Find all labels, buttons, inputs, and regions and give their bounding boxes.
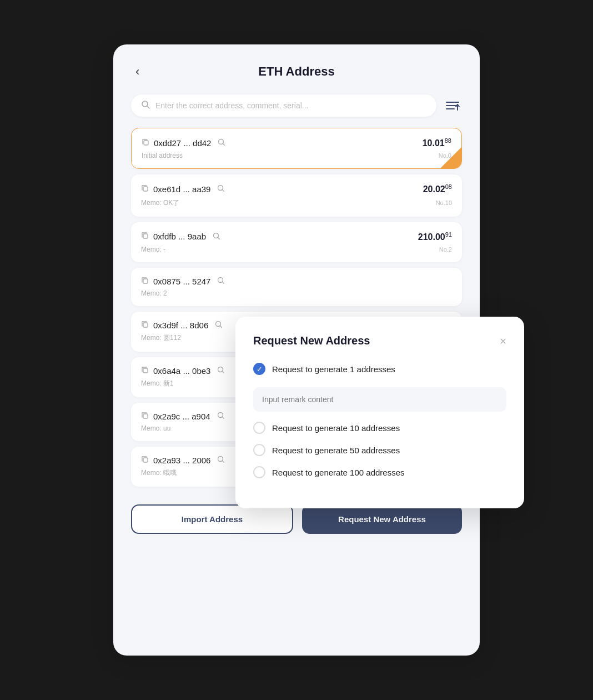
import-address-button[interactable]: Import Address — [131, 504, 293, 534]
memo-text: Memo: uu — [141, 424, 170, 432]
header: ‹ ETH Address — [131, 64, 462, 79]
modal-options: ✓ Request to generate 1 addresses Reques… — [253, 363, 506, 478]
address-text: 0xdd27 ... dd42 — [154, 138, 211, 148]
address-left: 0x6a4a ... 0be3 — [141, 366, 224, 376]
address-left: 0xdd27 ... dd42 — [142, 138, 225, 148]
svg-line-17 — [223, 282, 224, 284]
memo-text: Memo: 哦哦 — [141, 468, 177, 478]
svg-line-20 — [220, 326, 222, 328]
address-no-badge: No.2 — [439, 246, 452, 253]
address-left: 0xe61d ... aa39 — [141, 184, 224, 194]
address-text: 0xe61d ... aa39 — [153, 184, 210, 194]
address-search-icon[interactable] — [215, 321, 222, 329]
address-card-top: 0xfdfb ... 9aab 210.0091 — [141, 231, 452, 242]
address-text: 0x2a9c ... a904 — [153, 412, 210, 421]
radio-option[interactable]: ✓ Request to generate 1 addresses — [253, 363, 506, 375]
search-placeholder: Enter the correct address, comment, seri… — [155, 101, 426, 110]
address-search-icon[interactable] — [218, 138, 225, 147]
svg-rect-9 — [143, 187, 148, 191]
modal-close-button[interactable]: × — [500, 336, 506, 347]
address-search-icon[interactable] — [213, 232, 220, 241]
radio-circle — [253, 466, 265, 478]
radio-circle-checked: ✓ — [253, 363, 265, 375]
modal-header: Request New Address × — [253, 334, 506, 347]
remark-input-wrap — [253, 385, 506, 422]
svg-line-26 — [222, 417, 224, 419]
address-amount: 10.0188 — [423, 137, 451, 148]
search-bar: Enter the correct address, comment, seri… — [131, 94, 462, 117]
address-text: 0x6a4a ... 0be3 — [153, 366, 210, 376]
address-text: 0xfdfb ... 9aab — [153, 232, 206, 241]
address-text: 0x2a93 ... 2006 — [153, 456, 210, 465]
address-card[interactable]: 0xdd27 ... dd42 10.0188 Initial address … — [131, 128, 462, 169]
copy-icon[interactable] — [141, 232, 149, 241]
address-card-bottom: Initial address No.0 — [142, 152, 451, 159]
svg-line-11 — [223, 190, 224, 192]
svg-rect-15 — [143, 279, 148, 283]
address-card[interactable]: 0x0875 ... 5247 Memo: 2 — [131, 268, 462, 306]
address-card-bottom: Memo: OK了 No.10 — [141, 198, 452, 208]
svg-line-23 — [223, 372, 224, 373]
address-amount: 210.0091 — [418, 231, 452, 242]
address-card[interactable]: 0xfdfb ... 9aab 210.0091 Memo: - No.2 — [131, 222, 462, 262]
svg-rect-12 — [143, 234, 148, 238]
svg-rect-24 — [143, 414, 148, 418]
address-search-icon[interactable] — [217, 184, 224, 193]
address-left: 0x2a9c ... a904 — [141, 412, 224, 421]
copy-icon[interactable] — [142, 138, 149, 148]
copy-icon[interactable] — [141, 321, 149, 330]
address-left: 0x3d9f ... 8d06 — [141, 321, 222, 330]
modal-title: Request New Address — [253, 334, 370, 347]
copy-icon[interactable] — [141, 184, 149, 194]
filter-button[interactable] — [443, 97, 462, 114]
svg-line-29 — [223, 461, 224, 463]
address-amount: 20.0208 — [423, 183, 452, 194]
svg-line-14 — [218, 237, 220, 239]
radio-option[interactable]: Request to generate 100 addresses — [253, 466, 506, 478]
radio-label: Request to generate 100 addresses — [272, 468, 405, 477]
address-search-icon[interactable] — [217, 366, 224, 375]
radio-option[interactable]: Request to generate 50 addresses — [253, 444, 506, 456]
memo-text: Memo: OK了 — [141, 198, 179, 208]
modal-card: Request New Address × ✓ Request to gener… — [235, 317, 524, 508]
svg-rect-6 — [144, 141, 148, 145]
memo-text: Memo: 新1 — [141, 379, 174, 388]
active-corner — [440, 147, 461, 168]
address-card-bottom: Memo: - No.2 — [141, 246, 452, 253]
copy-icon[interactable] — [141, 366, 149, 376]
svg-line-8 — [223, 144, 225, 146]
copy-icon[interactable] — [141, 456, 149, 465]
address-left: 0x2a93 ... 2006 — [141, 456, 224, 465]
address-card-top: 0xdd27 ... dd42 10.0188 — [142, 137, 451, 148]
back-button[interactable]: ‹ — [131, 62, 144, 81]
address-left: 0x0875 ... 5247 — [141, 277, 224, 286]
memo-text: Memo: - — [141, 246, 165, 253]
memo-text: Memo: 圆112 — [141, 333, 181, 343]
address-card-bottom: Memo: 2 — [141, 289, 452, 297]
radio-option[interactable]: Request to generate 10 addresses — [253, 422, 506, 434]
address-search-icon[interactable] — [217, 456, 224, 464]
address-text: 0x0875 ... 5247 — [153, 277, 210, 286]
copy-icon[interactable] — [141, 277, 149, 286]
radio-label: Request to generate 1 addresses — [272, 364, 395, 374]
request-new-address-button[interactable]: Request New Address — [302, 504, 462, 534]
memo-text: Memo: 2 — [141, 289, 167, 297]
remark-input[interactable] — [253, 387, 506, 412]
page-title: ETH Address — [258, 64, 334, 79]
address-search-icon[interactable] — [217, 412, 224, 421]
address-card[interactable]: 0xe61d ... aa39 20.0208 Memo: OK了 No.10 — [131, 174, 462, 216]
address-text: 0x3d9f ... 8d06 — [153, 321, 208, 330]
radio-circle — [253, 444, 265, 456]
copy-icon[interactable] — [141, 412, 149, 421]
svg-rect-21 — [143, 368, 148, 373]
address-card-top: 0xe61d ... aa39 20.0208 — [141, 183, 452, 194]
radio-label: Request to generate 50 addresses — [272, 446, 400, 455]
search-input-wrap: Enter the correct address, comment, seri… — [131, 94, 436, 117]
address-card-top: 0x0875 ... 5247 — [141, 277, 452, 286]
svg-rect-18 — [143, 323, 148, 327]
address-search-icon[interactable] — [217, 277, 224, 286]
memo-text: Initial address — [142, 152, 183, 159]
radio-circle — [253, 422, 265, 434]
svg-rect-27 — [143, 458, 148, 462]
search-icon — [141, 100, 150, 111]
